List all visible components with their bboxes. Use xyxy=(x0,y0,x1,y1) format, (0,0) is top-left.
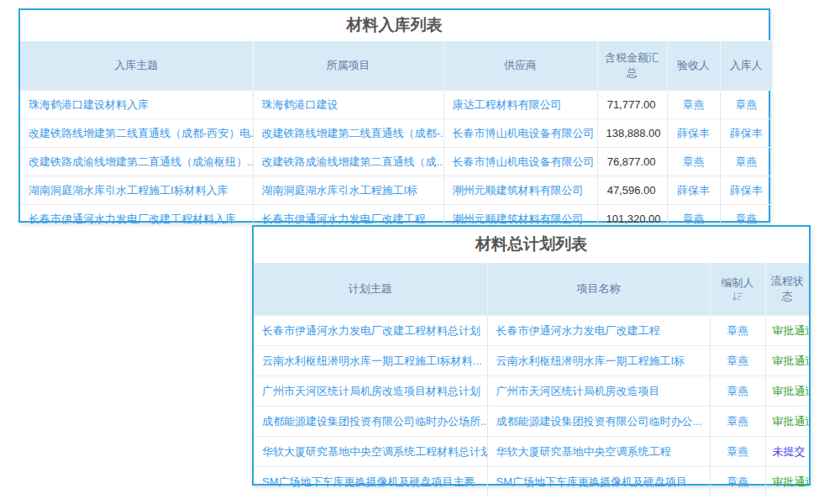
inbound-subject-link[interactable]: 改建铁路线增建第二线直通线（成都-西安）电... xyxy=(20,119,253,148)
plan-col-status: 流程状态 xyxy=(765,263,809,316)
inbound-stocker-link[interactable]: 薛保丰 xyxy=(720,119,772,148)
inbound-acceptor-link[interactable]: 章燕 xyxy=(667,91,720,119)
plan-project-link[interactable]: 长春市伊通河水力发电厂改建工程 xyxy=(487,316,710,346)
plan-subject-link[interactable]: SM广场地下车库更换摄像机及硬盘项目主要... xyxy=(254,467,487,497)
plan-col-compiler-label: 编制人 xyxy=(722,276,754,289)
inbound-acceptor-link[interactable]: 薛保丰 xyxy=(667,119,720,148)
plan-project-link[interactable]: 华软大厦研究基地中央空调系统工程 xyxy=(487,437,710,467)
inbound-subject-link[interactable]: 改建铁路成渝线增建第二直通线（成渝枢纽）... xyxy=(20,148,253,176)
inbound-table: 入库主题 所属项目 供应商 含税金额汇总 验收人 入库人 珠海鹤港口建设材料入库… xyxy=(20,40,772,233)
status-badge[interactable]: 未提交 xyxy=(765,437,809,467)
inbound-col-amount: 含税金额汇总 xyxy=(597,41,667,91)
table-row: 华软大厦研究基地中央空调系统工程材料总计划 华软大厦研究基地中央空调系统工程 章… xyxy=(254,437,809,467)
inbound-supplier-link[interactable]: 潮州元顺建筑材料有限公司 xyxy=(444,176,597,205)
status-badge[interactable]: 审批通过 xyxy=(765,467,809,497)
plan-compiler-link[interactable]: 章燕 xyxy=(710,407,765,437)
table-row: 广州市天河区统计局机房改造项目材料总计划 广州市天河区统计局机房改造项目 章燕 … xyxy=(254,376,809,407)
plan-compiler-link[interactable]: 章燕 xyxy=(710,467,765,497)
table-row: 改建铁路成渝线增建第二直通线（成渝枢纽）... 改建铁路成渝线增建第二直通线（成… xyxy=(20,148,772,176)
table-row: 云南水利枢纽潜明水库一期工程施工I标材料... 云南水利枢纽潜明水库一期工程施工… xyxy=(254,346,809,376)
inbound-stocker-link[interactable]: 章燕 xyxy=(720,91,772,119)
table-row: 珠海鹤港口建设材料入库 珠海鹤港口建设 康达工程材料有限公司 71,777.00… xyxy=(20,91,772,119)
status-badge[interactable]: 审批通过 xyxy=(765,407,809,437)
plan-col-project: 项目名称 xyxy=(487,263,710,316)
inbound-project-link[interactable]: 改建铁路线增建第二线直通线（成都-... xyxy=(253,119,444,148)
inbound-stocker-link[interactable]: 薛保丰 xyxy=(720,176,772,205)
inbound-project-link[interactable]: 改建铁路成渝线增建第二直通线（成... xyxy=(253,148,444,176)
plan-project-link[interactable]: 云南水利枢纽潜明水库一期工程施工I标 xyxy=(487,346,710,376)
plan-compiler-link[interactable]: 章燕 xyxy=(710,316,765,346)
plan-compiler-link[interactable]: 章燕 xyxy=(710,346,765,376)
plan-col-compiler[interactable]: 编制人 xyxy=(710,263,765,316)
inbound-subject-link[interactable]: 长春市伊通河水力发电厂改建工程材料入库 xyxy=(20,205,253,234)
plan-table: 计划主题 项目名称 编制人 流程状态 长春市伊通河水力发电厂改建工程材料总计划 xyxy=(254,262,809,496)
inbound-amount-value: 71,777.00 xyxy=(597,91,667,119)
plan-project-link[interactable]: 广州市天河区统计局机房改造项目 xyxy=(487,376,710,407)
inbound-col-subject: 入库主题 xyxy=(20,41,253,91)
table-row: 改建铁路线增建第二线直通线（成都-西安）电... 改建铁路线增建第二线直通线（成… xyxy=(20,119,772,148)
inbound-col-project: 所属项目 xyxy=(253,41,444,91)
inbound-list-panel: 材料入库列表 入库主题 所属项目 供应商 含税金额汇总 验收人 入库人 珠海鹤港… xyxy=(18,8,770,223)
plan-subject-link[interactable]: 云南水利枢纽潜明水库一期工程施工I标材料... xyxy=(254,346,487,376)
inbound-subject-link[interactable]: 湖南洞庭湖水库引水工程施工I标材料入库 xyxy=(20,176,253,205)
inbound-amount-value: 47,596.00 xyxy=(597,176,667,205)
table-row: 湖南洞庭湖水库引水工程施工I标材料入库 湖南洞庭湖水库引水工程施工I标 潮州元顺… xyxy=(20,176,772,205)
inbound-col-supplier: 供应商 xyxy=(444,41,597,91)
table-row: 成都能源建设集团投资有限公司临时办公场所... 成都能源建设集团投资有限公司临时… xyxy=(254,407,809,437)
plan-subject-link[interactable]: 华软大厦研究基地中央空调系统工程材料总计划 xyxy=(254,437,487,467)
inbound-supplier-link[interactable]: 长春市博山机电设备有限公司 xyxy=(444,119,597,148)
inbound-supplier-link[interactable]: 长春市博山机电设备有限公司 xyxy=(444,148,597,176)
table-row: 长春市伊通河水力发电厂改建工程材料总计划 长春市伊通河水力发电厂改建工程 章燕 … xyxy=(254,316,809,346)
inbound-list-title: 材料入库列表 xyxy=(20,10,769,40)
plan-col-subject: 计划主题 xyxy=(254,263,487,316)
plan-list-panel: 材料总计划列表 计划主题 项目名称 编制人 流程状态 xyxy=(252,225,811,486)
plan-project-link[interactable]: 成都能源建设集团投资有限公司临时办公... xyxy=(487,407,710,437)
status-badge[interactable]: 审批通过 xyxy=(765,376,809,407)
inbound-col-acceptor: 验收人 xyxy=(667,41,720,91)
plan-project-link[interactable]: SM广场地下车库更换摄像机及硬盘项目 xyxy=(487,467,710,497)
status-badge[interactable]: 审批通过 xyxy=(765,346,809,376)
inbound-project-link[interactable]: 珠海鹤港口建设 xyxy=(253,91,444,119)
inbound-col-stocker: 入库人 xyxy=(720,41,772,91)
inbound-amount-value: 138,888.00 xyxy=(597,119,667,148)
inbound-project-link[interactable]: 湖南洞庭湖水库引水工程施工I标 xyxy=(253,176,444,205)
inbound-supplier-link[interactable]: 康达工程材料有限公司 xyxy=(444,91,597,119)
inbound-subject-link[interactable]: 珠海鹤港口建设材料入库 xyxy=(20,91,253,119)
plan-subject-link[interactable]: 广州市天河区统计局机房改造项目材料总计划 xyxy=(254,376,487,407)
status-badge[interactable]: 审批通过 xyxy=(765,316,809,346)
inbound-stocker-link[interactable]: 章燕 xyxy=(720,148,772,176)
plan-list-title: 材料总计划列表 xyxy=(254,227,809,262)
plan-subject-link[interactable]: 长春市伊通河水力发电厂改建工程材料总计划 xyxy=(254,316,487,346)
plan-header-row: 计划主题 项目名称 编制人 流程状态 xyxy=(254,263,809,316)
sort-amount-icon[interactable] xyxy=(713,291,763,302)
inbound-acceptor-link[interactable]: 薛保丰 xyxy=(667,176,720,205)
inbound-header-row: 入库主题 所属项目 供应商 含税金额汇总 验收人 入库人 xyxy=(20,41,772,91)
inbound-amount-value: 76,877.00 xyxy=(597,148,667,176)
plan-subject-link[interactable]: 成都能源建设集团投资有限公司临时办公场所... xyxy=(254,407,487,437)
plan-compiler-link[interactable]: 章燕 xyxy=(710,437,765,467)
plan-compiler-link[interactable]: 章燕 xyxy=(710,376,765,407)
inbound-acceptor-link[interactable]: 章燕 xyxy=(667,148,720,176)
table-row: SM广场地下车库更换摄像机及硬盘项目主要... SM广场地下车库更换摄像机及硬盘… xyxy=(254,467,809,497)
